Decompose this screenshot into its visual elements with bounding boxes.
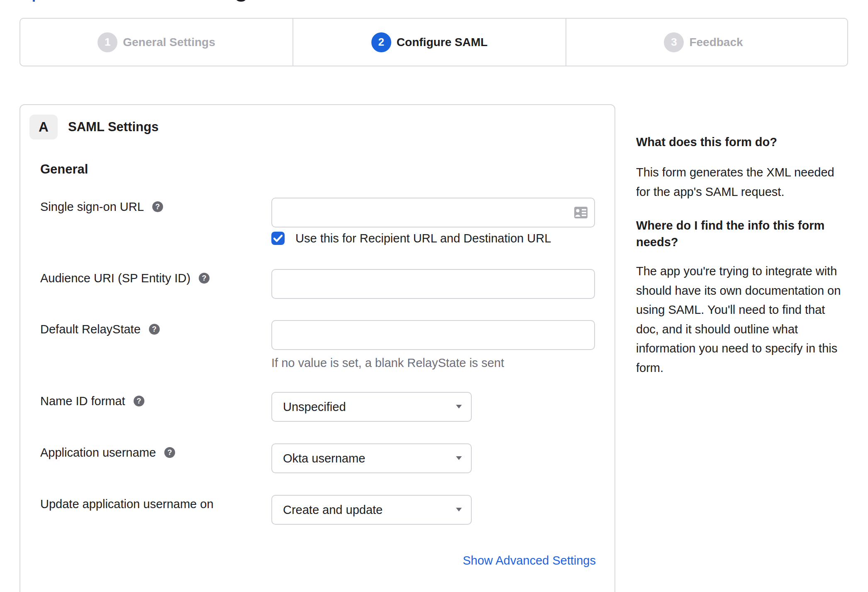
relaystate-hint: If no value is set, a blank RelayState i…: [271, 355, 595, 371]
update-application-username-field: Create and update: [271, 495, 595, 525]
name-id-format-label: Name ID format?: [40, 392, 271, 409]
advanced-settings-row: Show Advanced Settings: [40, 553, 596, 568]
dropdown-arrow-icon: [456, 508, 462, 511]
saml-settings-panel: A SAML Settings General Single sign-on U…: [20, 104, 615, 592]
help-icon[interactable]: ?: [164, 447, 175, 458]
single-sign-on-url-field: Use this for Recipient URL and Destinati…: [271, 198, 595, 246]
help-icon[interactable]: ?: [152, 201, 163, 212]
default-relaystate-field: If no value is set, a blank RelayState i…: [271, 320, 595, 371]
step-3-label: Feedback: [689, 36, 743, 49]
step-general-settings[interactable]: 1 General Settings: [20, 19, 293, 66]
form-row-single-sign-on-url: Single sign-on URL?: [40, 198, 596, 246]
step-1-label: General Settings: [123, 36, 215, 49]
step-1-number-badge: 1: [98, 32, 117, 52]
application-username-field: Okta username: [271, 443, 595, 473]
recipient-url-checkbox-row: Use this for Recipient URL and Destinati…: [271, 230, 595, 246]
cropped-blue-glyph: [33, 0, 35, 2]
dropdown-arrow-icon: [456, 456, 462, 460]
step-2-label: Configure SAML: [397, 36, 488, 49]
application-username-label: Application username?: [40, 443, 271, 460]
help-icon[interactable]: ?: [199, 273, 210, 284]
panel-title: SAML Settings: [68, 119, 158, 135]
recipient-url-checkbox[interactable]: [271, 232, 285, 245]
audience-uri-label: Audience URI (SP Entity ID)?: [40, 269, 271, 286]
step-feedback[interactable]: 3 Feedback: [566, 19, 847, 66]
wizard-step-bar: 1 General Settings 2 Configure SAML 3 Fe…: [20, 18, 848, 66]
name-id-format-select[interactable]: Unspecified: [271, 392, 472, 422]
form-row-default-relaystate: Default RelayState? If no value is set, …: [40, 320, 596, 371]
step-configure-saml[interactable]: 2 Configure SAML: [293, 19, 566, 66]
step-2-number-badge: 2: [371, 32, 391, 52]
default-relaystate-input[interactable]: [271, 320, 595, 350]
name-id-format-field: Unspecified: [271, 392, 595, 422]
audience-uri-input[interactable]: [271, 269, 595, 299]
recipient-url-checkbox-label[interactable]: Use this for Recipient URL and Destinati…: [295, 230, 551, 246]
name-id-format-value: Unspecified: [283, 400, 346, 414]
application-username-select[interactable]: Okta username: [271, 443, 472, 473]
default-relaystate-label: Default RelayState?: [40, 320, 271, 337]
sidebar-paragraph-what: This form generates the XML needed for t…: [636, 163, 868, 201]
page-title: Create SAML Integration: [49, 0, 310, 0]
form-row-audience-uri: Audience URI (SP Entity ID)?: [40, 269, 596, 299]
single-sign-on-url-label: Single sign-on URL?: [40, 198, 271, 215]
sidebar-heading-what: What does this form do?: [636, 134, 868, 150]
form-row-update-application-username: Update application username on Create an…: [40, 495, 596, 525]
panel-header: A SAML Settings: [20, 105, 614, 139]
update-application-username-value: Create and update: [283, 503, 383, 517]
step-3-number-badge: 3: [664, 32, 684, 52]
dropdown-arrow-icon: [456, 405, 462, 409]
audience-uri-field: [271, 269, 595, 299]
sidebar-paragraph-where: The app you're trying to integrate with …: [636, 262, 868, 377]
sidebar-heading-where: Where do I find the info this form needs…: [636, 217, 868, 250]
section-a-badge: A: [29, 115, 58, 139]
general-group-heading: General: [40, 161, 596, 178]
form-row-name-id-format: Name ID format? Unspecified: [40, 392, 596, 422]
update-application-username-select[interactable]: Create and update: [271, 495, 472, 525]
single-sign-on-url-input[interactable]: [271, 198, 595, 228]
contact-card-icon[interactable]: [574, 207, 588, 218]
cropped-page-title: Create SAML Integration: [0, 0, 456, 2]
show-advanced-settings-link[interactable]: Show Advanced Settings: [463, 554, 596, 567]
help-icon[interactable]: ?: [134, 396, 144, 406]
update-application-username-label: Update application username on: [40, 495, 271, 512]
panel-body: General Single sign-on URL?: [20, 161, 614, 568]
help-sidebar: What does this form do? This form genera…: [636, 134, 868, 377]
application-username-value: Okta username: [283, 452, 365, 465]
form-row-application-username: Application username? Okta username: [40, 443, 596, 473]
help-icon[interactable]: ?: [149, 324, 160, 335]
